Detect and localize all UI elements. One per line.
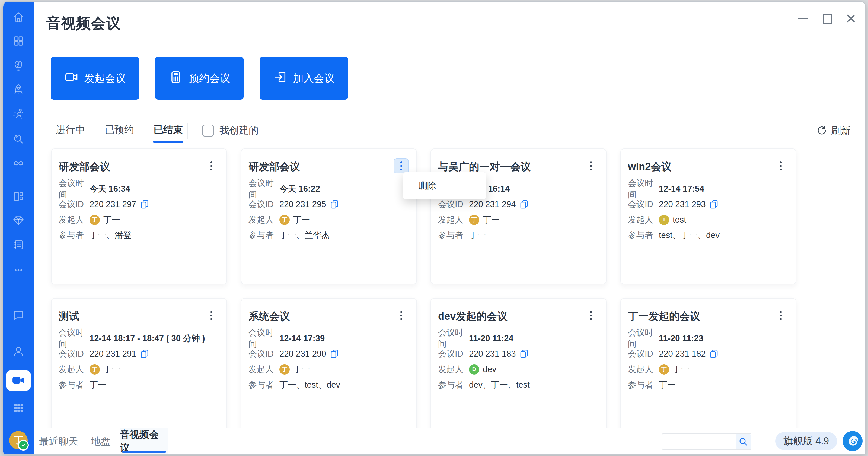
- organizer-avatar: 丁: [279, 215, 290, 225]
- more-actions-button[interactable]: [204, 308, 219, 323]
- meeting-tabs: 进行中 已预约 已结束: [56, 123, 183, 142]
- organizer-avatar: 丁: [469, 215, 479, 225]
- close-button[interactable]: [846, 13, 856, 23]
- copy-id-icon[interactable]: [140, 349, 149, 359]
- notes-icon[interactable]: [12, 238, 25, 251]
- meeting-card: 研发部会议 会议时间今天 16:22 会议ID220 231 295 发起人丁丁…: [241, 148, 417, 284]
- maximize-button[interactable]: [822, 13, 832, 23]
- chat-icon[interactable]: [12, 309, 25, 321]
- tab-scheduled[interactable]: 已预约: [105, 123, 134, 142]
- meeting-id: 220 231 291: [90, 349, 136, 359]
- meeting-title: dev发起的会议: [438, 309, 579, 323]
- organizer-avatar: 丁: [90, 364, 100, 375]
- camera-icon: [64, 70, 79, 87]
- copy-id-icon[interactable]: [140, 200, 149, 209]
- meeting-title: 与吴广的一对一会议: [438, 160, 579, 174]
- context-menu: 删除: [403, 172, 486, 199]
- video-meeting-icon-active[interactable]: [6, 370, 31, 391]
- more-actions-button[interactable]: [773, 308, 788, 323]
- workspace-icon[interactable]: [12, 190, 25, 203]
- meeting-id: 220 231 295: [279, 200, 326, 209]
- meeting-card: 系统会议 会议时间12-14 17:39 会议ID220 231 290 发起人…: [241, 298, 417, 434]
- meeting-title: 测试: [59, 309, 199, 323]
- search-button[interactable]: [736, 434, 751, 449]
- meeting-title: 研发部会议: [248, 160, 389, 174]
- copy-id-icon[interactable]: [520, 349, 529, 359]
- meeting-title: 系统会议: [248, 309, 389, 323]
- idea-bulb-icon[interactable]: [12, 59, 25, 72]
- bottom-tab-recent-chats[interactable]: 最近聊天: [39, 428, 78, 454]
- gem-icon[interactable]: [12, 214, 25, 227]
- filter-label: 我创建的: [219, 124, 258, 137]
- start-meeting-button[interactable]: 发起会议: [51, 57, 139, 99]
- meeting-id: 220 231 293: [659, 200, 706, 209]
- meeting-id: 220 231 294: [469, 200, 516, 209]
- more-icon[interactable]: [12, 264, 25, 276]
- meeting-time: 11-20 11:24: [469, 334, 514, 343]
- tab-ongoing[interactable]: 进行中: [56, 123, 85, 142]
- meeting-card: 丁一发起的会议 会议时间11-20 11:23 会议ID220 231 182 …: [620, 298, 796, 434]
- window-controls: [798, 13, 856, 23]
- participants: 丁一: [90, 379, 106, 391]
- meeting-card: win2会议 会议时间12-14 17:54 会议ID220 231 293 发…: [620, 148, 796, 284]
- refresh-button[interactable]: 刷新: [816, 124, 850, 138]
- copy-id-icon[interactable]: [330, 349, 339, 359]
- more-actions-button[interactable]: [583, 308, 598, 323]
- search-side-icon[interactable]: [12, 133, 25, 145]
- bottom-tab-meetings-active[interactable]: 音视频会议: [120, 428, 168, 454]
- rocket-icon[interactable]: [12, 83, 25, 95]
- app-launcher-icon[interactable]: [12, 402, 25, 414]
- organizer-avatar: T: [659, 215, 669, 225]
- organizer-avatar: 丁: [90, 215, 100, 225]
- copy-id-icon[interactable]: [520, 200, 529, 209]
- sidebar-divider: [9, 180, 28, 180]
- home-icon[interactable]: [12, 11, 25, 23]
- tab-ended[interactable]: 已结束: [154, 123, 183, 142]
- apps-grid-icon[interactable]: [12, 35, 25, 47]
- copy-id-icon[interactable]: [330, 200, 339, 209]
- meeting-time: 12-14 17:54: [659, 184, 704, 194]
- more-actions-button[interactable]: [583, 158, 598, 173]
- more-actions-button[interactable]: [204, 158, 219, 173]
- organizer-avatar: 丁: [659, 364, 669, 375]
- join-meeting-button[interactable]: 加入会议: [259, 57, 348, 99]
- meeting-time: 12-14 18:17 - 18:47 ( 30 分钟 ): [90, 333, 205, 344]
- more-actions-button[interactable]: [773, 158, 788, 173]
- participants: 丁一、test、dev: [279, 379, 340, 391]
- app-window: 丁 音视频会议 发起会议 预约会议: [3, 1, 866, 455]
- meeting-title: 丁一发起的会议: [628, 309, 769, 323]
- online-status-badge: [18, 440, 29, 451]
- bottom-bar: 最近聊天 地盘 音视频会议 旗舰版 4.9: [34, 428, 865, 454]
- infinity-icon[interactable]: [12, 157, 25, 170]
- copy-id-icon[interactable]: [709, 200, 718, 209]
- organizer-avatar: 丁: [279, 364, 290, 375]
- participants: 丁一、兰华杰: [279, 230, 330, 241]
- meeting-card: 与吴广的一对一会议 会议时间今天 16:14 会议ID220 231 294 发…: [431, 148, 607, 284]
- meeting-time: 11-20 11:23: [659, 334, 703, 343]
- filter-checkbox[interactable]: [202, 124, 214, 137]
- meeting-card: dev发起的会议 会议时间11-20 11:24 会议ID220 231 183…: [431, 298, 607, 434]
- tabs-divider: [187, 123, 188, 139]
- contacts-icon[interactable]: [12, 345, 25, 358]
- organizer-name: 丁一: [103, 214, 120, 226]
- bottom-tab-drive[interactable]: 地盘: [91, 428, 111, 454]
- schedule-meeting-button[interactable]: 预约会议: [155, 57, 244, 99]
- header-separator: [34, 110, 865, 110]
- schedule-icon: [169, 70, 183, 87]
- more-actions-button-active[interactable]: [394, 158, 409, 173]
- meeting-id: 220 231 182: [659, 349, 706, 359]
- menu-item-delete[interactable]: 删除: [403, 180, 436, 192]
- created-by-me-filter[interactable]: 我创建的: [202, 124, 258, 137]
- meeting-card: 研发部会议 会议时间今天 16:34 会议ID220 231 297 发起人丁丁…: [51, 148, 227, 284]
- main-area: 音视频会议 发起会议 预约会议 加入会议: [34, 2, 865, 454]
- search-input[interactable]: [662, 434, 736, 450]
- organizer-avatar: D: [469, 364, 479, 375]
- quick-run-icon[interactable]: [12, 108, 25, 120]
- minimize-button[interactable]: [798, 13, 808, 23]
- page-title: 音视频会议: [46, 13, 121, 33]
- copy-id-icon[interactable]: [709, 349, 718, 359]
- meeting-title: win2会议: [628, 160, 769, 174]
- user-avatar[interactable]: 丁: [9, 431, 28, 450]
- join-meeting-label: 加入会议: [293, 72, 335, 85]
- more-actions-button[interactable]: [394, 308, 409, 323]
